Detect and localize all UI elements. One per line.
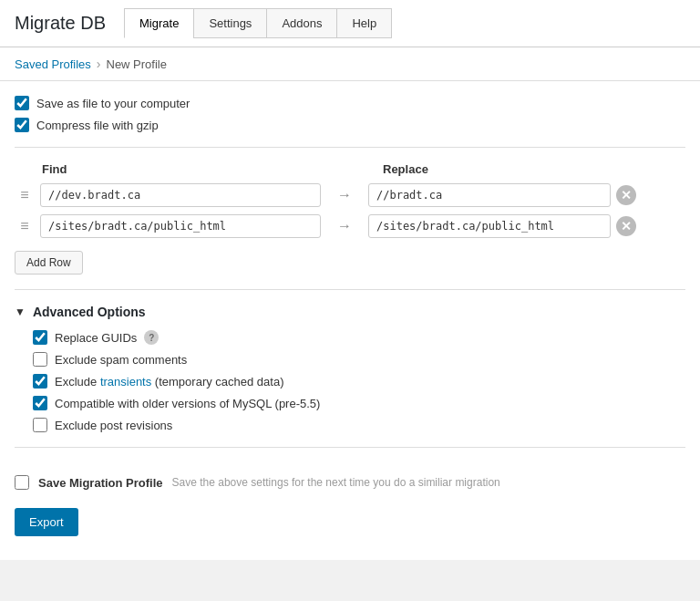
export-button[interactable]: Export — [15, 508, 78, 536]
app-title: Migrate DB — [15, 13, 106, 34]
remove-icon-1: ✕ — [621, 219, 632, 233]
tab-settings[interactable]: Settings — [193, 8, 266, 38]
advanced-options-section: ▼ Advanced Options Replace GUIDs ? Exclu… — [15, 305, 685, 432]
option-exclude-revisions: Exclude post revisions — [33, 418, 685, 432]
compress-gzip-row: Compress file with gzip — [15, 118, 685, 132]
chevron-down-icon: ▼ — [15, 306, 26, 318]
tab-migrate[interactable]: Migrate — [124, 8, 193, 38]
find-replace-section: Find Replace ≡ → ✕ ≡ → ✕ Add Row — [15, 162, 685, 275]
replace-guids-checkbox[interactable] — [33, 330, 47, 345]
exclude-spam-checkbox[interactable] — [33, 352, 47, 367]
find-replace-row-0: ≡ → ✕ — [15, 183, 685, 207]
main-content: Save as file to your computer Compress f… — [0, 81, 700, 560]
option-exclude-transients: Exclude transients (temporary cached dat… — [33, 374, 685, 389]
save-profile-checkbox[interactable] — [15, 475, 29, 490]
help-icon-guids[interactable]: ? — [144, 330, 159, 345]
remove-icon-0: ✕ — [621, 188, 632, 202]
advanced-options-title: Advanced Options — [33, 305, 146, 319]
save-as-file-label: Save as file to your computer — [36, 97, 190, 110]
exclude-transients-label: Exclude transients (temporary cached dat… — [55, 375, 283, 389]
option-replace-guids: Replace GUIDs ? — [33, 330, 685, 345]
compress-gzip-label: Compress file with gzip — [36, 119, 159, 132]
exclude-spam-label: Exclude spam comments — [55, 353, 187, 367]
remove-row-button-0[interactable]: ✕ — [616, 185, 636, 205]
find-column-header: Find — [15, 162, 343, 176]
save-as-file-row: Save as file to your computer — [15, 96, 685, 110]
find-input-1[interactable] — [40, 214, 321, 238]
breadcrumb: Saved Profiles › New Profile — [0, 47, 700, 81]
replace-input-1[interactable] — [368, 214, 611, 238]
exclude-revisions-label: Exclude post revisions — [55, 419, 172, 432]
nav-tabs: Migrate Settings Addons Help — [124, 8, 392, 38]
tab-help[interactable]: Help — [336, 8, 392, 38]
arrow-icon-1: → — [326, 218, 363, 234]
divider-3 — [15, 447, 685, 448]
replace-guids-label: Replace GUIDs — [55, 331, 137, 345]
replace-column-header: Replace — [379, 162, 428, 176]
drag-handle-0[interactable]: ≡ — [15, 185, 35, 205]
replace-input-0[interactable] — [368, 183, 611, 207]
save-as-file-checkbox[interactable] — [15, 96, 29, 110]
compress-gzip-checkbox[interactable] — [15, 118, 29, 132]
header: Migrate DB Migrate Settings Addons Help — [0, 0, 700, 47]
save-profile-section: Save Migration Profile Save the above se… — [15, 462, 685, 503]
top-checkboxes: Save as file to your computer Compress f… — [15, 96, 685, 132]
compatible-mysql-label: Compatible with older versions of MySQL … — [55, 397, 320, 410]
divider-2 — [15, 289, 685, 290]
add-row-button[interactable]: Add Row — [15, 251, 83, 275]
compatible-mysql-checkbox[interactable] — [33, 396, 47, 410]
save-profile-description: Save the above settings for the next tim… — [172, 476, 500, 489]
find-input-0[interactable] — [40, 183, 321, 207]
advanced-options-toggle[interactable]: ▼ Advanced Options — [15, 305, 685, 319]
breadcrumb-parent-link[interactable]: Saved Profiles — [15, 57, 91, 71]
drag-handle-1[interactable]: ≡ — [15, 216, 35, 236]
save-profile-label: Save Migration Profile — [38, 476, 163, 490]
option-exclude-spam: Exclude spam comments — [33, 352, 685, 367]
transients-link[interactable]: transients — [100, 375, 151, 389]
exclude-transients-checkbox[interactable] — [33, 374, 47, 389]
arrow-icon-0: → — [326, 187, 363, 203]
find-replace-row-1: ≡ → ✕ — [15, 214, 685, 238]
advanced-options-body: Replace GUIDs ? Exclude spam comments Ex… — [15, 330, 685, 432]
exclude-revisions-checkbox[interactable] — [33, 418, 47, 432]
tab-addons[interactable]: Addons — [266, 8, 336, 38]
breadcrumb-separator: › — [97, 57, 101, 71]
divider-1 — [15, 147, 685, 148]
breadcrumb-current: New Profile — [107, 57, 167, 71]
option-compatible-mysql: Compatible with older versions of MySQL … — [33, 396, 685, 410]
remove-row-button-1[interactable]: ✕ — [616, 216, 636, 236]
find-replace-headers: Find Replace — [15, 162, 685, 176]
